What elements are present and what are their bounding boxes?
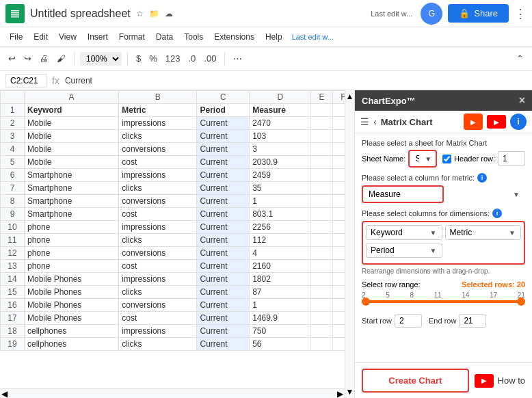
table-cell[interactable]: cost <box>119 260 197 273</box>
table-cell-empty[interactable] <box>311 234 332 247</box>
dim-select-1[interactable]: Keyword <box>366 225 442 240</box>
table-cell[interactable]: Current <box>197 156 250 169</box>
table-cell[interactable]: 103 <box>250 130 311 143</box>
table-cell[interactable]: 35 <box>250 182 311 195</box>
table-cell[interactable]: Smartphone <box>24 169 118 182</box>
table-cell[interactable]: phone <box>24 260 118 273</box>
table-cell[interactable]: Current <box>197 299 250 312</box>
table-cell[interactable]: 56 <box>250 338 311 351</box>
table-cell[interactable]: Current <box>197 286 250 299</box>
table-cell[interactable]: Mobile Phones <box>24 273 118 286</box>
col-header-a[interactable]: A <box>24 91 118 104</box>
table-cell[interactable]: clicks <box>119 130 197 143</box>
table-cell-empty[interactable] <box>311 260 332 273</box>
horizontal-scrollbar[interactable]: ◀ ▶ <box>0 388 345 398</box>
table-cell[interactable]: Smartphone <box>24 195 118 208</box>
table-cell-empty[interactable] <box>311 117 332 130</box>
table-cell[interactable]: Current <box>197 208 250 221</box>
folder-icon[interactable]: 📁 <box>149 9 159 18</box>
table-cell[interactable]: phone <box>24 234 118 247</box>
table-cell[interactable]: Mobile Phones <box>24 312 118 325</box>
redo-button[interactable]: ↪ <box>21 52 34 65</box>
menu-help[interactable]: Help <box>261 31 287 43</box>
print-button[interactable]: 🖨 <box>37 52 51 65</box>
metric-select[interactable]: Measure <box>362 185 444 203</box>
panel-orange-icon[interactable]: ▶ <box>464 114 483 130</box>
table-cell[interactable]: cellphones <box>24 338 118 351</box>
menu-file[interactable]: File <box>5 31 27 43</box>
star-icon[interactable]: ☆ <box>136 9 144 18</box>
metric-info-badge[interactable]: i <box>477 173 487 183</box>
table-cell[interactable]: Mobile <box>24 117 118 130</box>
menu-data[interactable]: Data <box>152 31 177 43</box>
table-cell[interactable]: 1 <box>250 195 311 208</box>
table-cell[interactable]: Current <box>197 117 250 130</box>
decimal2-button[interactable]: .00 <box>201 52 219 65</box>
header-row-input[interactable] <box>498 151 525 166</box>
table-cell-empty[interactable] <box>311 169 332 182</box>
vertical-scrollbar[interactable]: ▲ ▼ <box>345 90 354 398</box>
paint-format-button[interactable]: 🖌 <box>54 52 68 65</box>
table-cell-empty[interactable] <box>311 312 332 325</box>
undo-button[interactable]: ↩ <box>5 52 18 65</box>
decimal1-button[interactable]: .0 <box>186 52 199 65</box>
table-cell[interactable]: cost <box>119 208 197 221</box>
table-cell[interactable]: 2160 <box>250 260 311 273</box>
table-cell[interactable]: 1 <box>250 299 311 312</box>
scroll-up-icon[interactable]: ▲ <box>346 92 354 101</box>
table-cell[interactable]: Mobile <box>24 130 118 143</box>
table-cell-empty[interactable] <box>311 247 332 260</box>
table-cell[interactable]: Current <box>197 338 250 351</box>
table-cell[interactable]: clicks <box>119 338 197 351</box>
scroll-down-icon[interactable]: ▼ <box>346 387 354 397</box>
collapse-toolbar[interactable]: ⌃ <box>514 52 527 65</box>
table-cell-empty[interactable] <box>311 130 332 143</box>
table-cell[interactable]: Current <box>197 312 250 325</box>
table-cell[interactable]: Current <box>197 273 250 286</box>
menu-tools[interactable]: Tools <box>180 31 207 43</box>
table-cell[interactable]: Current <box>197 234 250 247</box>
end-row-input[interactable] <box>459 314 486 328</box>
scroll-right-icon[interactable]: ▶ <box>337 389 343 399</box>
cell-b1[interactable]: Metric <box>119 104 197 117</box>
panel-back-icon[interactable]: ☰ <box>360 116 369 127</box>
table-cell[interactable]: Current <box>197 182 250 195</box>
table-cell[interactable]: 1469.9 <box>250 312 311 325</box>
col-header-b[interactable]: B <box>119 91 197 104</box>
table-cell-empty[interactable] <box>311 208 332 221</box>
menu-view[interactable]: View <box>55 31 81 43</box>
menu-extensions[interactable]: Extensions <box>210 31 258 43</box>
table-cell[interactable]: conversions <box>119 299 197 312</box>
table-cell[interactable]: Mobile <box>24 143 118 156</box>
start-row-input[interactable] <box>395 314 422 328</box>
decimal-more-button[interactable]: 123 <box>163 52 183 65</box>
col-header-e[interactable]: E <box>311 91 332 104</box>
table-cell[interactable]: impressions <box>119 169 197 182</box>
percent-button[interactable]: % <box>146 52 160 65</box>
cell-reference-input[interactable] <box>5 74 46 88</box>
dim-select-2[interactable]: Metric <box>445 225 522 240</box>
how-to-button[interactable]: How to <box>475 374 525 388</box>
panel-close-button[interactable]: × <box>519 94 525 107</box>
table-cell[interactable]: phone <box>24 221 118 234</box>
table-cell[interactable]: Current <box>197 325 250 338</box>
more-options-toolbar[interactable]: ⋯ <box>230 52 245 65</box>
table-cell[interactable]: 112 <box>250 234 311 247</box>
table-cell-empty[interactable] <box>311 221 332 234</box>
table-cell[interactable]: cellphones <box>24 325 118 338</box>
table-cell[interactable]: Current <box>197 221 250 234</box>
cell-d1[interactable]: Measure <box>250 104 311 117</box>
table-cell-empty[interactable] <box>311 338 332 351</box>
range-right-thumb[interactable] <box>517 297 525 306</box>
table-cell-empty[interactable] <box>311 195 332 208</box>
youtube-icon[interactable] <box>487 115 506 129</box>
table-cell[interactable]: 2030.9 <box>250 156 311 169</box>
table-cell[interactable]: impressions <box>119 273 197 286</box>
table-cell[interactable]: clicks <box>119 182 197 195</box>
table-cell[interactable]: Current <box>197 143 250 156</box>
table-cell[interactable]: 750 <box>250 325 311 338</box>
cloud-icon[interactable]: ☁ <box>165 9 173 18</box>
table-cell[interactable]: 2470 <box>250 117 311 130</box>
table-cell-empty[interactable] <box>311 156 332 169</box>
table-cell-empty[interactable] <box>311 143 332 156</box>
